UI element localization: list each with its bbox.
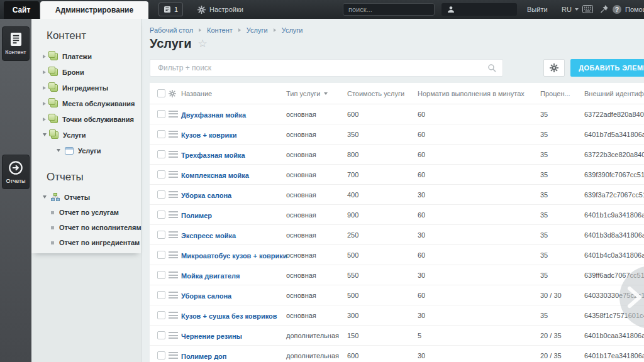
- table-row[interactable]: Уборка салона основная 400 30 35 639f3a7…: [150, 185, 644, 205]
- table-row[interactable]: Чернение резины дополнительная 150 5 20 …: [150, 326, 644, 346]
- service-percent: 35: [540, 111, 584, 118]
- breadcrumb-link[interactable]: Рабочий стол: [150, 26, 193, 34]
- row-checkbox[interactable]: [157, 231, 165, 239]
- settings-button[interactable]: Настройки: [197, 0, 243, 19]
- table-row[interactable]: Двухфазная мойка основная 600 60 35 6372…: [150, 104, 644, 124]
- service-name-link[interactable]: Полимер: [181, 212, 212, 219]
- service-external-id: 6401b17ea341806a68: [584, 352, 644, 359]
- rail-item-content[interactable]: Контент: [2, 26, 30, 61]
- row-checkbox[interactable]: [157, 110, 165, 118]
- service-name-link[interactable]: Мойка двигателя: [181, 272, 240, 280]
- table-row[interactable]: Трехфазная мойка основная 800 60 35 6372…: [150, 145, 644, 165]
- sidebar-item[interactable]: Точки обслуживания: [31, 111, 141, 127]
- table-row[interactable]: Экспресс мойка основная 250 30 35 6401b3…: [150, 225, 644, 245]
- service-name-link[interactable]: Комплексная мойка: [181, 172, 249, 179]
- row-checkbox[interactable]: [157, 150, 165, 158]
- grid-settings-button[interactable]: [543, 59, 565, 77]
- service-name-link[interactable]: Кузов + сушка без ковриков: [181, 312, 277, 320]
- row-checkbox[interactable]: [157, 331, 165, 339]
- filter-search-input[interactable]: [150, 63, 487, 72]
- add-element-button[interactable]: ДОБАВИТЬ ЭЛЕМЕНТ: [570, 59, 644, 77]
- table-row[interactable]: Комплексная мойка основная 700 60 35 639…: [150, 165, 644, 185]
- sidebar-item[interactable]: Ингредиенты: [31, 80, 141, 96]
- row-checkbox[interactable]: [157, 271, 165, 279]
- select-all-checkbox[interactable]: [157, 89, 165, 97]
- sidebar-item[interactable]: Платежи: [31, 48, 141, 64]
- column-header-cost[interactable]: Стоимость услуги: [347, 90, 418, 97]
- row-menu-icon[interactable]: [169, 332, 178, 339]
- row-checkbox[interactable]: [157, 351, 165, 359]
- help-link[interactable]: ? Помощь: [613, 0, 644, 19]
- row-checkbox[interactable]: [157, 251, 165, 259]
- favorite-star-icon[interactable]: ☆: [198, 38, 208, 49]
- sidebar-report-item[interactable]: Отчет по услугам: [31, 205, 141, 220]
- row-checkbox[interactable]: [157, 211, 165, 219]
- service-name-link[interactable]: Полимер доп: [181, 353, 226, 360]
- row-menu-icon[interactable]: [169, 211, 178, 218]
- service-name-link[interactable]: Микроавтобус кузов + коврики: [181, 252, 287, 260]
- table-row[interactable]: Уборка салона основная 500 60 30 / 30 64…: [150, 285, 644, 305]
- search-icon[interactable]: [487, 63, 496, 72]
- breadcrumb-link[interactable]: Услуги: [282, 26, 303, 34]
- row-menu-icon[interactable]: [169, 251, 178, 258]
- row-checkbox[interactable]: [157, 291, 165, 299]
- sidebar-report-item[interactable]: Отчет по исполнителям: [31, 220, 141, 235]
- sidebar-item-reports-root[interactable]: Отчеты: [31, 189, 141, 205]
- row-checkbox[interactable]: [157, 311, 165, 319]
- breadcrumb-link[interactable]: Услуги: [247, 26, 268, 34]
- tab-site[interactable]: Сайт: [4, 1, 39, 19]
- column-header-name[interactable]: Название: [181, 90, 286, 97]
- table-row[interactable]: Кузов + сушка без ковриков основная 300 …: [150, 305, 644, 326]
- column-header-norm[interactable]: Норматив выполнения в минутах: [418, 90, 540, 97]
- row-menu-icon[interactable]: [169, 151, 178, 158]
- column-header-percent[interactable]: Процен...: [540, 90, 584, 97]
- user-menu[interactable]: [441, 3, 517, 16]
- service-name-link[interactable]: Кузов + коврики: [181, 131, 237, 139]
- sidebar-item[interactable]: Места обслуживания: [31, 96, 141, 111]
- topbar-search-input[interactable]: [343, 6, 443, 13]
- service-name-link[interactable]: Уборка салона: [181, 292, 231, 300]
- folder-icon: [51, 131, 58, 139]
- chevron-right-icon: [43, 102, 46, 106]
- service-type: основная: [286, 312, 347, 319]
- service-name-link[interactable]: Уборка салона: [181, 192, 231, 199]
- table-row[interactable]: Полимер основная 900 60 35 6401b1c9a3418…: [150, 205, 644, 225]
- service-name-link[interactable]: Экспресс мойка: [181, 232, 236, 239]
- notifications-button[interactable]: 1: [158, 3, 183, 16]
- service-name-link[interactable]: Двухфазная мойка: [181, 111, 246, 119]
- row-checkbox[interactable]: [157, 170, 165, 178]
- logout-link[interactable]: Выйти: [527, 0, 548, 19]
- breadcrumb: Рабочий стол Контент Услуги Услуги: [150, 26, 303, 34]
- row-checkbox[interactable]: [157, 130, 165, 138]
- breadcrumb-link[interactable]: Контент: [207, 26, 233, 34]
- table-row[interactable]: Микроавтобус кузов + коврики основная 50…: [150, 245, 644, 265]
- pin-icon[interactable]: [599, 4, 609, 14]
- table-row[interactable]: Кузов + коврики основная 350 60 35 6401b…: [150, 124, 644, 145]
- sidebar-item-uslugi-sub[interactable]: Услуги: [31, 143, 141, 158]
- column-header-type[interactable]: Тип услуги: [286, 90, 347, 97]
- keyboard-icon[interactable]: [582, 5, 593, 13]
- sidebar-report-item[interactable]: Отчет по ингредиентам: [31, 235, 141, 250]
- service-name-link[interactable]: Трехфазная мойка: [181, 151, 245, 159]
- row-checkbox[interactable]: [157, 190, 165, 199]
- rail-item-reports[interactable]: Отчеты: [2, 155, 30, 189]
- service-norm: 30: [418, 352, 540, 359]
- table-row[interactable]: Мойка двигателя основная 550 30 35 639ff…: [150, 265, 644, 285]
- row-menu-icon[interactable]: [169, 111, 178, 118]
- row-menu-icon[interactable]: [169, 312, 178, 319]
- service-name-link[interactable]: Чернение резины: [181, 332, 242, 340]
- gear-icon[interactable]: [169, 90, 176, 97]
- tab-admin[interactable]: Администрирование: [40, 1, 148, 19]
- sidebar-item[interactable]: Услуги: [31, 127, 141, 143]
- row-menu-icon[interactable]: [169, 231, 178, 238]
- row-menu-icon[interactable]: [169, 292, 178, 299]
- column-header-external-id[interactable]: Внешний идентификатор: [584, 90, 644, 97]
- row-menu-icon[interactable]: [169, 171, 178, 178]
- table-row[interactable]: Полимер доп дополнительная 600 30 20 / 3…: [150, 346, 644, 362]
- row-menu-icon[interactable]: [169, 352, 178, 359]
- row-menu-icon[interactable]: [169, 272, 178, 278]
- row-menu-icon[interactable]: [169, 131, 178, 138]
- row-menu-icon[interactable]: [169, 191, 178, 198]
- sidebar-item[interactable]: Брони: [31, 64, 141, 80]
- language-selector[interactable]: RU: [562, 0, 579, 19]
